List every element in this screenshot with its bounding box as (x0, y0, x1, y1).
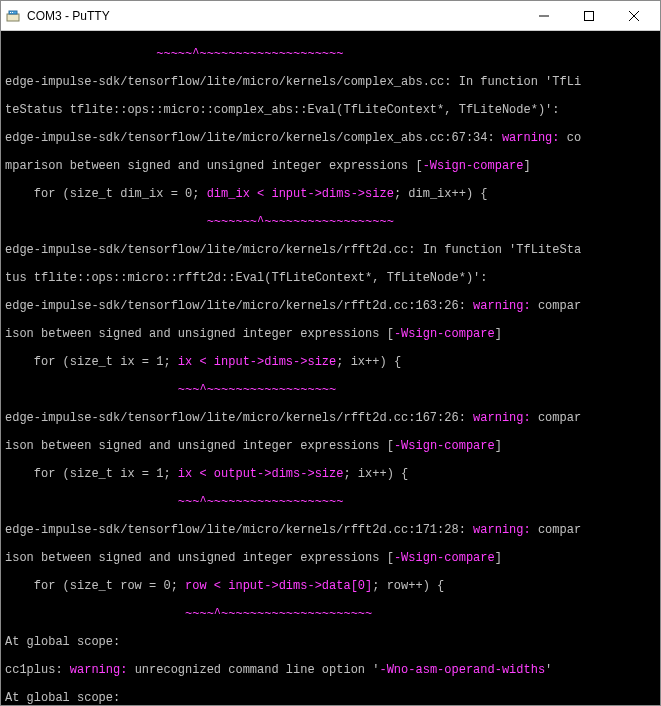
term-path: edge-impulse-sdk/tensorflow/lite/micro/k… (5, 75, 451, 89)
term-text: : (480, 271, 487, 285)
term-caret: ~~~~^~~~~~~~~~~~~~~~~~~~~~ (185, 607, 372, 621)
term-text (5, 215, 207, 229)
term-text (466, 523, 473, 537)
term-text: In function (451, 75, 545, 89)
term-text: At global scope: (5, 691, 120, 705)
term-text: compar (538, 523, 581, 537)
term-expr: dim_ix < input->dims->size (207, 187, 394, 201)
term-path: edge-impulse-sdk/tensorflow/lite/micro/k… (5, 411, 466, 425)
term-code: for (size_t dim_ix = 0; (5, 187, 207, 201)
term-text: At global scope: (5, 635, 120, 649)
term-expr: ix < output->dims->size (178, 467, 344, 481)
window-title: COM3 - PuTTY (27, 9, 521, 23)
putty-icon (5, 8, 21, 24)
app-window: COM3 - PuTTY ~~~~~^~~~~~~~~~~~~~~~~~~~~ … (0, 0, 661, 706)
term-func: teStatus tflite::ops::micro::complex_abs… (5, 103, 552, 117)
term-code: ; ix++) { (343, 467, 408, 481)
term-path: edge-impulse-sdk/tensorflow/lite/micro/k… (5, 243, 415, 257)
term-text: ] (495, 327, 502, 341)
term-text (5, 495, 178, 509)
term-path: edge-impulse-sdk/tensorflow/lite/micro/k… (5, 131, 495, 145)
term-caret: ~~~~~^~~~~~~~~~~~~~~~~~~~~ (156, 47, 343, 61)
term-warning: warning: (473, 523, 538, 537)
term-text: ison between signed and unsigned integer… (5, 439, 394, 453)
terminal-pane[interactable]: ~~~~~^~~~~~~~~~~~~~~~~~~~~ edge-impulse-… (1, 31, 660, 705)
term-text (495, 131, 502, 145)
term-text: ison between signed and unsigned integer… (5, 327, 394, 341)
term-text: ] (495, 439, 502, 453)
term-text: compar (538, 299, 581, 313)
term-expr: ix < input->dims->size (178, 355, 336, 369)
term-code: for (size_t ix = 1; (5, 467, 178, 481)
minimize-button[interactable] (521, 1, 566, 30)
term-text: mparison between signed and unsigned int… (5, 159, 423, 173)
maximize-button[interactable] (566, 1, 611, 30)
term-flag: -Wsign-compare (423, 159, 524, 173)
term-flag: -Wno-asm-operand-widths (379, 663, 545, 677)
term-prog: cc1plus: (5, 663, 70, 677)
term-expr: row < input->dims->data[0] (185, 579, 372, 593)
term-text: 'TfLi (545, 75, 581, 89)
term-text: co (567, 131, 581, 145)
term-flag: -Wsign-compare (394, 439, 495, 453)
term-text: 'TfLiteSta (509, 243, 581, 257)
term-code: for (size_t ix = 1; (5, 355, 178, 369)
term-path: edge-impulse-sdk/tensorflow/lite/micro/k… (5, 523, 466, 537)
term-code: ; ix++) { (336, 355, 401, 369)
svg-rect-0 (7, 14, 19, 21)
term-text (466, 299, 473, 313)
term-text (5, 607, 185, 621)
term-warning: warning: (502, 131, 567, 145)
term-path: edge-impulse-sdk/tensorflow/lite/micro/k… (5, 299, 466, 313)
close-button[interactable] (611, 1, 656, 30)
term-code: for (size_t row = 0; (5, 579, 185, 593)
term-text (5, 47, 156, 61)
term-caret: ~~~~~~~^~~~~~~~~~~~~~~~~~~ (207, 215, 394, 229)
titlebar[interactable]: COM3 - PuTTY (1, 1, 660, 31)
term-code: ; row++) { (372, 579, 444, 593)
term-warning: warning: (473, 411, 538, 425)
term-warning: warning: (70, 663, 135, 677)
term-text (5, 383, 178, 397)
term-func: tus tflite::ops::micro::rfft2d::Eval(TfL… (5, 271, 480, 285)
svg-rect-5 (584, 11, 593, 20)
term-text: ' (545, 663, 552, 677)
term-text: ] (495, 551, 502, 565)
term-text: ison between signed and unsigned integer… (5, 551, 394, 565)
term-flag: -Wsign-compare (394, 327, 495, 341)
term-text: compar (538, 411, 581, 425)
svg-rect-2 (10, 12, 11, 13)
term-code: ; dim_ix++) { (394, 187, 488, 201)
term-flag: -Wsign-compare (394, 551, 495, 565)
term-text: ] (524, 159, 531, 173)
term-text (466, 411, 473, 425)
term-text: In function (415, 243, 509, 257)
svg-rect-3 (12, 12, 13, 13)
term-warning: warning: (473, 299, 538, 313)
term-caret: ~~~^~~~~~~~~~~~~~~~~~~~ (178, 495, 344, 509)
term-caret: ~~~^~~~~~~~~~~~~~~~~~~ (178, 383, 336, 397)
term-text: unrecognized command line option ' (135, 663, 380, 677)
term-text: : (552, 103, 559, 117)
